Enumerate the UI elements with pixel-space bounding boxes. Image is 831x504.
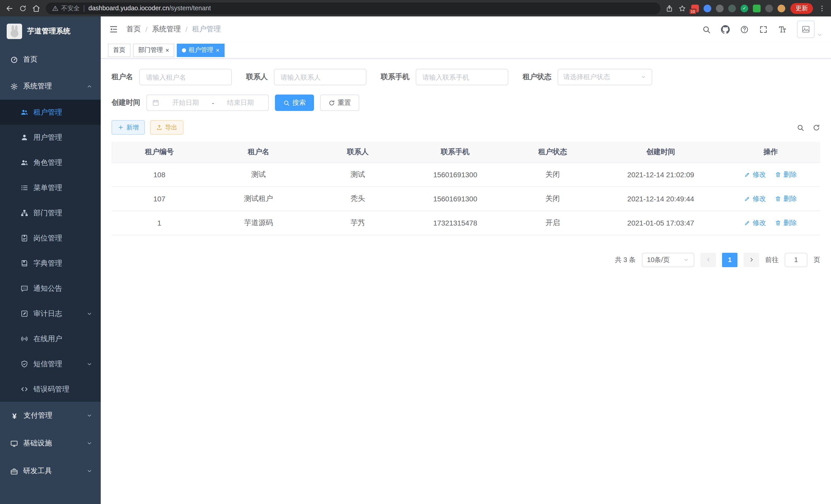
browser-back-button[interactable] bbox=[5, 4, 14, 12]
delete-link[interactable]: 删除 bbox=[775, 170, 797, 179]
page-size-select[interactable]: 10条/页 bbox=[642, 253, 694, 267]
sidebar-item-tenant[interactable]: 租户管理 bbox=[0, 100, 101, 125]
security-status[interactable]: 不安全 bbox=[52, 4, 80, 12]
close-icon[interactable]: × bbox=[166, 47, 169, 53]
url-text: dashboard.yudao.iocoder.cn/system/tenant bbox=[88, 5, 211, 12]
next-page-button[interactable] bbox=[744, 253, 759, 267]
sidebar-item-menu[interactable]: 菜单管理 bbox=[0, 175, 101, 200]
bookmark-star-icon[interactable] bbox=[678, 4, 686, 12]
url-path: /system/tenant bbox=[169, 5, 211, 12]
goto-page-input[interactable] bbox=[785, 253, 807, 267]
cell-id: 107 bbox=[112, 186, 207, 211]
sidebar-collapse-icon[interactable] bbox=[109, 25, 118, 34]
phone-input[interactable] bbox=[416, 69, 508, 85]
tenant-name-input[interactable] bbox=[139, 69, 232, 85]
edit-icon bbox=[744, 196, 751, 202]
sidebar-item-dev-tools[interactable]: 研发工具 bbox=[0, 457, 101, 485]
extension-icon[interactable] bbox=[765, 4, 773, 12]
extension-icon[interactable] bbox=[704, 4, 711, 12]
sidebar-item-pay[interactable]: ¥ 支付管理 bbox=[0, 402, 101, 429]
breadcrumb-system[interactable]: 系统管理 bbox=[152, 25, 181, 34]
start-date-placeholder: 开始日期 bbox=[163, 98, 208, 108]
sidebar-item-dept[interactable]: 部门管理 bbox=[0, 200, 101, 226]
export-button[interactable]: 导出 bbox=[150, 120, 183, 135]
contact-input[interactable] bbox=[274, 69, 366, 85]
cell-name: 测试 bbox=[207, 162, 310, 186]
shield-icon bbox=[21, 360, 28, 368]
col-header-name: 租户名 bbox=[207, 142, 310, 162]
sidebar-item-infra[interactable]: 基础设施 bbox=[0, 429, 101, 457]
help-icon[interactable] bbox=[740, 21, 749, 38]
browser-home-button[interactable] bbox=[32, 4, 40, 12]
sidebar-item-error-code[interactable]: 错误码管理 bbox=[0, 377, 101, 402]
tab-home[interactable]: 首页 bbox=[108, 43, 131, 57]
date-range-picker[interactable]: 开始日期 - 结束日期 bbox=[146, 94, 269, 111]
close-icon[interactable]: × bbox=[216, 47, 220, 53]
chevron-down-icon bbox=[86, 413, 92, 419]
address-bar[interactable]: 不安全 dashboard.yudao.iocoder.cn/system/te… bbox=[46, 2, 660, 14]
edit-icon bbox=[744, 219, 751, 226]
search-icon[interactable] bbox=[702, 21, 711, 38]
table-row: 1 芋道源码 芋艿 17321315478 开启 2021-01-05 17:0… bbox=[112, 211, 820, 235]
extension-icon[interactable] bbox=[728, 4, 736, 12]
sidebar-item-sms[interactable]: 短信管理 bbox=[0, 351, 101, 377]
sidebar-item-user[interactable]: 用户管理 bbox=[0, 125, 101, 150]
refresh-table-icon[interactable] bbox=[812, 124, 820, 131]
screen: 不安全 dashboard.yudao.iocoder.cn/system/te… bbox=[0, 0, 831, 504]
browser-menu-icon[interactable] bbox=[818, 4, 826, 12]
extension-icon[interactable] bbox=[716, 4, 724, 12]
menu-list-icon bbox=[21, 184, 28, 191]
sidebar-item-label: 在线用户 bbox=[33, 334, 62, 344]
breadcrumb-home[interactable]: 首页 bbox=[126, 25, 141, 34]
delete-link[interactable]: 删除 bbox=[775, 194, 797, 203]
tab-tenant[interactable]: 租户管理 × bbox=[177, 43, 225, 57]
page-number-button[interactable]: 1 bbox=[722, 253, 738, 267]
sidebar-item-home[interactable]: 首页 bbox=[0, 46, 101, 73]
tenant-table: 租户编号 租户名 联系人 联系手机 租户状态 创建时间 操作 108 测试 bbox=[112, 142, 820, 235]
sidebar-item-system[interactable]: 系统管理 bbox=[0, 73, 101, 100]
prev-page-button[interactable] bbox=[700, 253, 716, 267]
edit-link[interactable]: 修改 bbox=[744, 170, 766, 179]
reset-button[interactable]: 重置 bbox=[320, 94, 359, 111]
browser-reload-button[interactable] bbox=[19, 4, 27, 12]
edit-link[interactable]: 修改 bbox=[744, 218, 766, 227]
cell-status: 关闭 bbox=[505, 162, 601, 186]
sidebar-item-post[interactable]: 岗位管理 bbox=[0, 226, 101, 251]
edit-link[interactable]: 修改 bbox=[744, 194, 766, 203]
delete-link[interactable]: 删除 bbox=[775, 218, 797, 227]
extension-icon[interactable] bbox=[753, 4, 761, 12]
sidebar-item-online-user[interactable]: 在线用户 bbox=[0, 326, 101, 351]
url-domain: dashboard.yudao.iocoder.cn bbox=[88, 5, 169, 12]
status-select[interactable]: 请选择租户状态 bbox=[557, 69, 652, 85]
fullscreen-icon[interactable] bbox=[759, 21, 768, 38]
table-header-row: 租户编号 租户名 联系人 联系手机 租户状态 创建时间 操作 bbox=[112, 142, 820, 162]
field-label: 联系手机 bbox=[381, 72, 409, 82]
trash-icon bbox=[775, 171, 781, 178]
user-avatar-menu[interactable] bbox=[797, 21, 823, 38]
browser-chrome: 不安全 dashboard.yudao.iocoder.cn/system/te… bbox=[0, 0, 831, 17]
share-icon[interactable] bbox=[665, 4, 673, 12]
extension-icon[interactable]: 10 bbox=[691, 4, 699, 12]
font-size-icon[interactable] bbox=[778, 21, 787, 38]
search-button[interactable]: 搜索 bbox=[275, 94, 314, 111]
sidebar-item-label: 基础设施 bbox=[23, 439, 52, 448]
sidebar-item-dict[interactable]: 字典管理 bbox=[0, 251, 101, 276]
field-label: 租户状态 bbox=[523, 72, 551, 82]
cell-status: 开启 bbox=[505, 211, 601, 235]
tab-dept[interactable]: 部门管理 × bbox=[133, 43, 174, 57]
toggle-search-icon[interactable] bbox=[797, 124, 804, 131]
calendar-icon bbox=[152, 99, 159, 106]
add-button[interactable]: 新增 bbox=[112, 120, 145, 135]
chevron-down-icon bbox=[86, 440, 92, 446]
sidebar-item-audit-log[interactable]: 审计日志 bbox=[0, 301, 101, 326]
profile-avatar[interactable] bbox=[778, 4, 785, 12]
sidebar-item-notice[interactable]: 通知公告 bbox=[0, 276, 101, 301]
roles-icon bbox=[21, 159, 28, 167]
chrome-update-button[interactable]: 更新 bbox=[791, 3, 813, 13]
cell-id: 108 bbox=[112, 162, 207, 186]
end-date-placeholder: 结束日期 bbox=[218, 98, 263, 108]
cell-created: 2021-01-05 17:03:47 bbox=[601, 211, 721, 235]
sidebar-item-role[interactable]: 角色管理 bbox=[0, 150, 101, 175]
extension-icon[interactable]: ✓ bbox=[741, 4, 748, 12]
github-icon[interactable] bbox=[721, 21, 730, 38]
